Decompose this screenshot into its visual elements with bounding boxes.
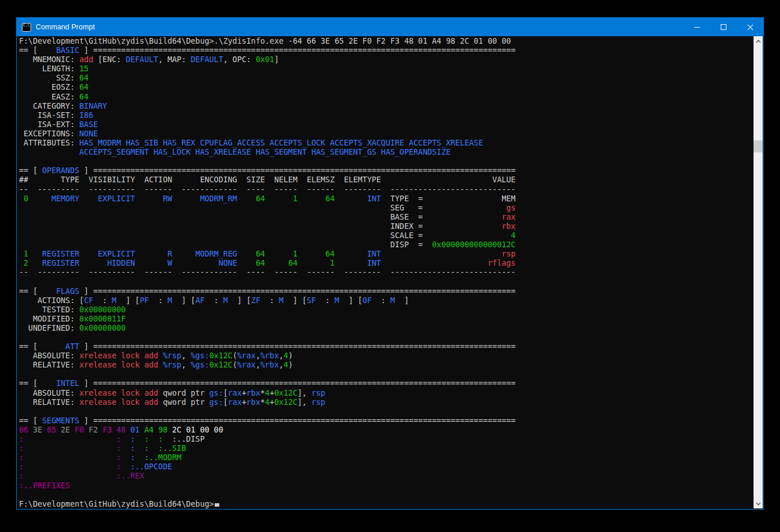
terminal-line: CATEGORY: BINARY: [19, 102, 763, 111]
maximize-icon: [721, 24, 726, 30]
terminal-line: UNDEFINED: 0x00000000: [19, 324, 763, 333]
terminal-line: BASE = rax: [19, 213, 763, 222]
terminal-line: EXCEPTIONS: NONE: [19, 129, 763, 139]
window-title: Command Prompt: [36, 23, 95, 31]
terminal-line: F:\Development\GitHub\zydis\Build64\Debu…: [19, 37, 763, 46]
close-icon: [747, 24, 754, 30]
terminal-line: : :..REX: [19, 472, 763, 481]
terminal-line: F:\Development\GitHub\zydis\Build64\Debu…: [19, 500, 763, 509]
terminal-line: RELATIVE: xrelease lock add %rsp, %gs:0x…: [19, 361, 763, 370]
terminal-line: RELATIVE: xrelease lock add qword ptr gs…: [19, 398, 763, 407]
terminal-line: ## TYPE VISIBILITY ACTION ENCODING SIZE …: [19, 175, 763, 185]
terminal-line: INDEX = rbx: [19, 222, 763, 231]
chevron-up-icon: [756, 40, 761, 43]
terminal-line: == [ BASIC ] ===========================…: [19, 46, 763, 55]
terminal-line: : : : :..MODRM: [19, 453, 763, 462]
terminal-line: -- --------- ---------- ------ ---------…: [19, 185, 763, 194]
terminal-line: == [ INTEL ] ===========================…: [19, 379, 763, 388]
terminal-line: MNEMONIC: add [ENC: DEFAULT, MAP: DEFAUL…: [19, 55, 763, 64]
terminal-line: ABSOLUTE: xrelease lock add qword ptr gs…: [19, 389, 763, 398]
terminal-line: : : :..OPCODE: [19, 462, 763, 472]
terminal-line: ACCEPTS_SEGMENT HAS_LOCK HAS_XRELEASE HA…: [19, 148, 763, 157]
terminal-line: -- --------- ---------- ------ ---------…: [19, 268, 763, 277]
cmd-icon: C:\_: [22, 23, 31, 32]
scrollbar-thumb[interactable]: [754, 140, 763, 152]
terminal-line: LENGTH: 15: [19, 64, 763, 74]
terminal-line: [19, 157, 763, 166]
terminal-line: ISA-EXT: BASE: [19, 120, 763, 129]
text-cursor: [215, 503, 219, 507]
terminal-line: 1 REGISTER EXPLICIT R MODRM_REG 64 1 64 …: [19, 250, 763, 259]
terminal-line: == [ FLAGS ] ===========================…: [19, 287, 763, 296]
terminal-line: : : : : : :..DISP: [19, 435, 763, 444]
terminal-line: 0 MEMORY EXPLICIT RW MODRM_RM 64 1 64 IN…: [19, 194, 763, 204]
terminal-line: SCALE = 4: [19, 231, 763, 240]
maximize-button[interactable]: [710, 18, 737, 36]
scrollbar-up-button[interactable]: [754, 36, 763, 46]
minimize-icon: [694, 27, 700, 28]
terminal-line: [19, 370, 763, 379]
terminal-line: SEG = gs: [19, 204, 763, 213]
terminal-line: == [ SEGMENTS ] ========================…: [19, 416, 763, 426]
scrollbar[interactable]: [754, 36, 763, 508]
console-output[interactable]: F:\Development\GitHub\zydis\Build64\Debu…: [17, 36, 763, 509]
terminal-line: == [ ATT ] =============================…: [19, 342, 763, 351]
terminal-line: : : : : :..SIB: [19, 444, 763, 453]
terminal-line: EOSZ: 64: [19, 83, 763, 92]
terminal-line: :..PREFIXES: [19, 481, 763, 491]
terminal-line: [19, 333, 763, 342]
terminal-line: [19, 407, 763, 416]
terminal-line: EASZ: 64: [19, 93, 763, 102]
terminal-line: MODIFIED: 0x0000011F: [19, 315, 763, 324]
terminal-line: 66 3E 65 2E F0 F2 F3 48 01 A4 98 2C 01 0…: [19, 426, 763, 435]
terminal-line: ACTIONS: [CF : M ] [PF : M ] [AF : M ] […: [19, 296, 763, 305]
scrollbar-down-button[interactable]: [754, 499, 763, 508]
terminal-line: [19, 491, 763, 500]
close-button[interactable]: [737, 18, 763, 36]
terminal-line: TESTED: 0x00000000: [19, 305, 763, 315]
window-controls: [684, 18, 763, 36]
terminal-line: ABSOLUTE: xrelease lock add %rsp, %gs:0x…: [19, 351, 763, 361]
minimize-button[interactable]: [684, 18, 710, 36]
terminal-line: == [ OPERANDS ] ========================…: [19, 166, 763, 175]
terminal-line: 2 REGISTER HIDDEN W NONE 64 64 1 INT rfl…: [19, 259, 763, 268]
title-bar[interactable]: C:\_ Command Prompt: [17, 18, 763, 36]
terminal-line: ISA-SET: I86: [19, 111, 763, 120]
terminal-line: [19, 277, 763, 286]
chevron-down-icon: [756, 502, 761, 506]
command-prompt-window: C:\_ Command Prompt F:\Development\GitHu…: [16, 17, 764, 510]
terminal-line: ATTRIBUTES: HAS_MODRM HAS_SIB HAS_REX CP…: [19, 139, 763, 148]
terminal-line: DISP = 0x000000000000012C: [19, 240, 763, 250]
terminal-line: SSZ: 64: [19, 74, 763, 83]
